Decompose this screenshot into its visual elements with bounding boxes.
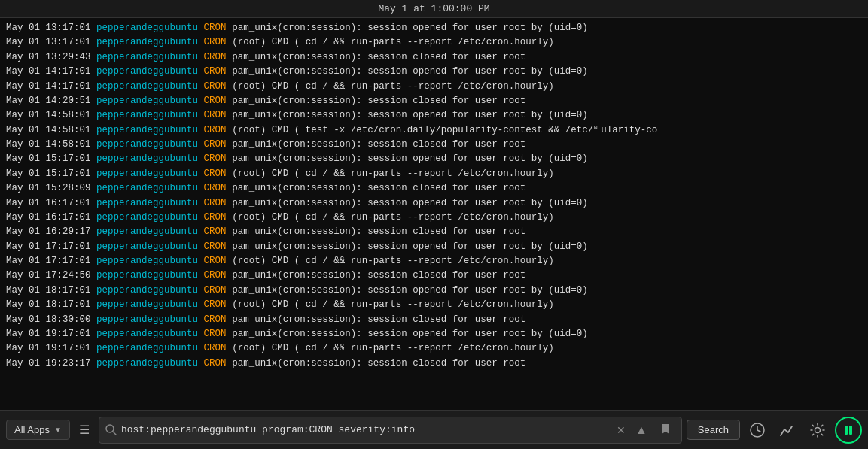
log-line: May 01 18:17:01 pepperandeggubuntu CRON … bbox=[6, 298, 862, 312]
log-program: CRON bbox=[204, 198, 227, 208]
log-host: pepperandeggubuntu bbox=[96, 226, 198, 237]
log-line: May 01 15:17:01 pepperandeggubuntu CRON … bbox=[6, 152, 862, 166]
log-host: pepperandeggubuntu bbox=[96, 285, 198, 296]
log-date: May 01 18:17:01 bbox=[6, 285, 91, 296]
log-message: (root) CMD ( cd / && run-parts --report … bbox=[232, 299, 554, 310]
log-date: May 01 14:20:51 bbox=[6, 96, 91, 106]
log-host: pepperandeggubuntu bbox=[96, 256, 198, 266]
log-message: (root) CMD ( cd / && run-parts --report … bbox=[232, 168, 554, 179]
history-icon bbox=[749, 422, 766, 438]
log-message: (root) CMD ( cd / && run-parts --report … bbox=[232, 212, 554, 223]
log-line: May 01 15:17:01 pepperandeggubuntu CRON … bbox=[6, 167, 862, 181]
log-line: May 01 19:23:17 pepperandeggubuntu CRON … bbox=[6, 356, 862, 371]
log-message: pam_unix(cron:session): session opened f… bbox=[232, 23, 588, 33]
history-button[interactable] bbox=[745, 417, 770, 443]
log-host: pepperandeggubuntu bbox=[96, 241, 198, 252]
log-host: pepperandeggubuntu bbox=[96, 52, 198, 62]
log-program: CRON bbox=[204, 96, 227, 106]
log-line: May 01 14:58:01 pepperandeggubuntu CRON … bbox=[6, 108, 862, 123]
log-date: May 01 14:17:01 bbox=[6, 66, 91, 77]
log-program: CRON bbox=[204, 256, 227, 266]
log-host: pepperandeggubuntu bbox=[96, 329, 198, 339]
log-program: CRON bbox=[204, 226, 227, 237]
log-program: CRON bbox=[204, 52, 227, 62]
log-date: May 01 19:17:01 bbox=[6, 329, 91, 339]
scroll-up-button[interactable]: ▲ bbox=[632, 421, 651, 439]
log-host: pepperandeggubuntu bbox=[96, 183, 198, 193]
search-input[interactable] bbox=[121, 424, 611, 435]
log-program: CRON bbox=[204, 270, 227, 281]
log-message: pam_unix(cron:session): session closed f… bbox=[232, 96, 525, 106]
pause-button[interactable] bbox=[835, 417, 862, 444]
log-message: (root) CMD ( cd / && run-parts --report … bbox=[232, 256, 554, 266]
log-program: CRON bbox=[204, 81, 227, 92]
log-line: May 01 16:29:17 pepperandeggubuntu CRON … bbox=[6, 225, 862, 239]
log-area: May 01 13:17:01 pepperandeggubuntu CRON … bbox=[0, 18, 868, 410]
log-line: May 01 14:17:01 pepperandeggubuntu CRON … bbox=[6, 80, 862, 94]
svg-rect-5 bbox=[849, 426, 852, 435]
log-message: pam_unix(cron:session): session closed f… bbox=[232, 183, 525, 193]
log-host: pepperandeggubuntu bbox=[96, 23, 198, 33]
pause-icon bbox=[842, 424, 854, 436]
log-date: May 01 13:17:01 bbox=[6, 23, 91, 33]
svg-rect-4 bbox=[845, 426, 848, 435]
settings-button[interactable] bbox=[805, 417, 830, 443]
log-date: May 01 19:17:01 bbox=[6, 343, 91, 353]
chart-button[interactable] bbox=[775, 417, 800, 443]
log-host: pepperandeggubuntu bbox=[96, 125, 198, 135]
clear-button[interactable]: ✕ bbox=[615, 424, 627, 436]
menu-button[interactable]: ☰ bbox=[75, 418, 94, 441]
bookmark-button[interactable] bbox=[656, 420, 675, 440]
log-date: May 01 17:17:01 bbox=[6, 241, 91, 252]
log-date: May 01 13:29:43 bbox=[6, 52, 91, 62]
log-line: May 01 16:17:01 pepperandeggubuntu CRON … bbox=[6, 196, 862, 211]
log-program: CRON bbox=[204, 168, 227, 179]
log-line: May 01 13:17:01 pepperandeggubuntu CRON … bbox=[6, 21, 862, 35]
search-icon bbox=[105, 424, 117, 435]
log-message: (root) CMD ( cd / && run-parts --report … bbox=[232, 343, 554, 353]
log-program: CRON bbox=[204, 153, 227, 164]
svg-point-3 bbox=[815, 427, 821, 432]
log-message: pam_unix(cron:session): session closed f… bbox=[232, 139, 525, 150]
log-line: May 01 18:17:01 pepperandeggubuntu CRON … bbox=[6, 284, 862, 298]
title-text: May 1 at 1:00:00 PM bbox=[378, 3, 489, 14]
log-host: pepperandeggubuntu bbox=[96, 66, 198, 77]
log-message: pam_unix(cron:session): session opened f… bbox=[232, 329, 588, 339]
log-message: pam_unix(cron:session): session closed f… bbox=[232, 314, 525, 325]
log-host: pepperandeggubuntu bbox=[96, 81, 198, 92]
log-host: pepperandeggubuntu bbox=[96, 343, 198, 353]
svg-line-1 bbox=[113, 432, 116, 435]
gear-icon bbox=[809, 422, 826, 438]
log-date: May 01 17:24:50 bbox=[6, 270, 91, 281]
search-button[interactable]: Search bbox=[687, 420, 740, 440]
log-message: pam_unix(cron:session): session closed f… bbox=[232, 226, 525, 237]
log-program: CRON bbox=[204, 358, 227, 369]
chevron-down-icon: ▼ bbox=[54, 426, 62, 434]
log-date: May 01 14:58:01 bbox=[6, 139, 91, 150]
log-line: May 01 14:58:01 pepperandeggubuntu CRON … bbox=[6, 138, 862, 152]
log-line: May 01 13:17:01 pepperandeggubuntu CRON … bbox=[6, 35, 862, 50]
log-line: May 01 14:17:01 pepperandeggubuntu CRON … bbox=[6, 65, 862, 79]
log-program: CRON bbox=[204, 37, 227, 47]
search-bar: ✕ ▲ bbox=[99, 417, 682, 444]
log-message: (root) CMD ( cd / && run-parts --report … bbox=[232, 37, 554, 47]
log-program: CRON bbox=[204, 314, 227, 325]
log-line: May 01 17:24:50 pepperandeggubuntu CRON … bbox=[6, 268, 862, 283]
all-apps-button[interactable]: All Apps ▼ bbox=[6, 420, 70, 440]
log-message: (root) CMD ( cd / && run-parts --report … bbox=[232, 81, 554, 92]
log-date: May 01 16:29:17 bbox=[6, 226, 91, 237]
log-message: (root) CMD ( test -x /etc/cron.daily/pop… bbox=[232, 125, 657, 135]
log-message: pam_unix(cron:session): session closed f… bbox=[232, 358, 525, 369]
log-host: pepperandeggubuntu bbox=[96, 153, 198, 164]
log-program: CRON bbox=[204, 110, 227, 120]
log-host: pepperandeggubuntu bbox=[96, 198, 198, 208]
log-program: CRON bbox=[204, 285, 227, 296]
chart-icon bbox=[779, 422, 796, 438]
log-date: May 01 18:30:00 bbox=[6, 314, 91, 325]
log-date: May 01 16:17:01 bbox=[6, 198, 91, 208]
log-date: May 01 14:17:01 bbox=[6, 81, 91, 92]
log-date: May 01 15:17:01 bbox=[6, 153, 91, 164]
log-program: CRON bbox=[204, 299, 227, 310]
log-program: CRON bbox=[204, 139, 227, 150]
log-date: May 01 15:28:09 bbox=[6, 183, 91, 193]
